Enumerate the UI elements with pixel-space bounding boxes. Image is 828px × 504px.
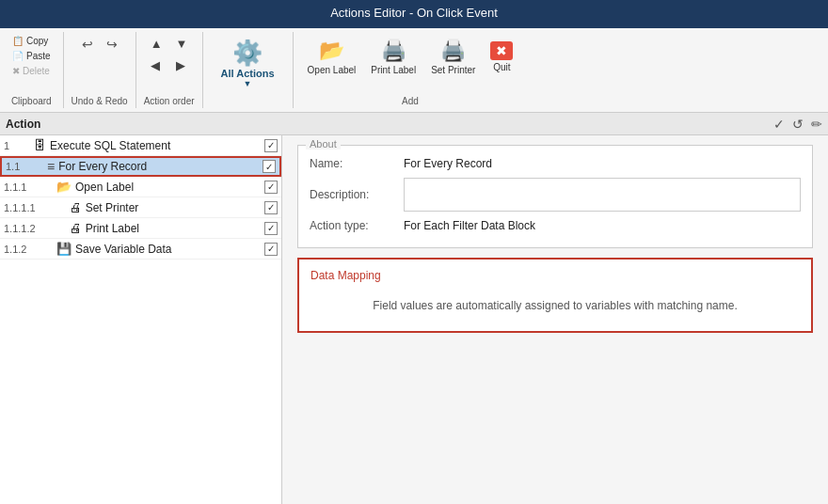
action-label-1-1-1-2: Print Label xyxy=(86,222,264,235)
action-row-1-1-1-2[interactable]: 1.1.1.2 🖨 Print Label xyxy=(0,218,281,239)
action-num-1: 1 xyxy=(4,140,34,151)
data-mapping-text: Field values are automatically assigned … xyxy=(310,290,800,322)
sql-icon: 🗄 xyxy=(34,138,46,152)
edit-icon: ✏ xyxy=(811,117,822,132)
name-value: For Every Record xyxy=(404,157,801,170)
add-label: Add xyxy=(402,94,419,106)
data-mapping-title: Data Mapping xyxy=(310,269,800,282)
action-type-label: Action type: xyxy=(310,219,404,232)
open-label-button[interactable]: 📂 Open Label xyxy=(301,34,363,80)
about-section: About Name: For Every Record Description… xyxy=(297,145,813,248)
description-label: Description: xyxy=(310,188,404,201)
action-row-1-1-1-1[interactable]: 1.1.1.1 🖨 Set Printer xyxy=(0,197,281,218)
move-up-button[interactable]: ▲ xyxy=(145,34,168,54)
redo-button[interactable]: ↪ xyxy=(102,34,122,55)
toolbar: 📋 Copy 📄 Paste ✖ Delete Clipboard ↩ ↪ Un… xyxy=(0,28,828,113)
action-column-header: Action xyxy=(6,118,773,131)
action-type-value: For Each Filter Data Block xyxy=(404,219,801,232)
undo-redo-row: ↩ ↪ xyxy=(77,34,122,55)
print-label-icon: 🖨️ xyxy=(381,39,406,63)
action-row-1-1[interactable]: 1.1 ≡ For Every Record xyxy=(0,156,281,177)
delete-icon: ✖ xyxy=(12,66,20,76)
clipboard-group: 📋 Copy 📄 Paste ✖ Delete Clipboard xyxy=(0,32,64,108)
gear-icon: ⚙️ xyxy=(232,39,263,68)
description-row: Description: xyxy=(310,178,801,212)
open-label-icon: 📂 xyxy=(319,39,344,63)
action-row-1-1-2[interactable]: 1.1.2 💾 Save Variable Data xyxy=(0,239,281,260)
right-panel: About Name: For Every Record Description… xyxy=(282,135,828,504)
check-icon: ✓ xyxy=(773,117,785,132)
clipboard-buttons: 📋 Copy 📄 Paste ✖ Delete xyxy=(8,34,56,78)
dropdown-arrow-icon: ▼ xyxy=(244,79,252,88)
open-label-list-icon: 📂 xyxy=(56,180,72,194)
action-label-1-1-1-1: Set Printer xyxy=(86,201,264,214)
all-actions-button[interactable]: ⚙️ All Actions ▼ xyxy=(211,34,285,93)
action-num-1-1-1-1: 1.1.1.1 xyxy=(4,202,36,213)
undo-redo-group: ↩ ↪ Undo & Redo xyxy=(64,32,136,108)
copy-button[interactable]: 📋 Copy xyxy=(8,34,56,48)
for-every-record-icon: ≡ xyxy=(47,159,55,174)
checkbox-1[interactable] xyxy=(264,139,278,152)
action-label-1-1-1: Open Label xyxy=(75,181,264,194)
move-right-button[interactable]: ▶ xyxy=(170,55,194,75)
header-action-icons: ✓ ↺ ✏ xyxy=(773,117,822,132)
action-num-1-1-1: 1.1.1 xyxy=(4,181,34,193)
copy-icon: 📋 xyxy=(12,36,24,46)
action-row-1-1-1[interactable]: 1.1.1 📂 Open Label xyxy=(0,177,281,197)
undo-redo-buttons: ↩ ↪ xyxy=(77,34,122,55)
save-variable-icon: 💾 xyxy=(56,242,72,256)
action-num-1-1-2: 1.1.2 xyxy=(4,244,34,255)
print-label-list-icon: 🖨 xyxy=(70,221,82,235)
action-type-row: Action type: For Each Filter Data Block xyxy=(310,219,801,232)
action-label-1-1: For Every Record xyxy=(58,160,263,173)
action-row-1[interactable]: 1 🗄 Execute SQL Statement xyxy=(0,135,281,156)
data-mapping-section: Data Mapping Field values are automatica… xyxy=(297,258,813,333)
about-legend: About xyxy=(306,138,341,150)
move-left-button[interactable]: ◀ xyxy=(145,55,168,75)
reset-icon: ↺ xyxy=(792,117,804,132)
print-label-button[interactable]: 🖨️ Print Label xyxy=(364,34,422,80)
all-actions-group: ⚙️ All Actions ▼ xyxy=(203,32,294,108)
undo-redo-label: Undo & Redo xyxy=(72,94,128,106)
main-content: 1 🗄 Execute SQL Statement 1.1 ≡ For Ever… xyxy=(0,135,828,504)
paste-icon: 📄 xyxy=(12,51,24,61)
paste-button[interactable]: 📄 Paste xyxy=(8,49,56,63)
add-buttons-row: 📂 Open Label 🖨️ Print Label 🖨️ Set Print… xyxy=(301,34,520,80)
name-label: Name: xyxy=(310,157,404,170)
checkbox-1-1-2[interactable] xyxy=(264,243,278,256)
undo-button[interactable]: ↩ xyxy=(77,34,98,55)
set-printer-button[interactable]: 🖨️ Set Printer xyxy=(424,34,482,80)
action-num-1-1-1-2: 1.1.1.2 xyxy=(4,223,36,234)
left-panel: 1 🗄 Execute SQL Statement 1.1 ≡ For Ever… xyxy=(0,135,282,504)
quit-icon: ✖ xyxy=(490,41,513,60)
checkbox-1-1-1[interactable] xyxy=(264,181,278,194)
title-text: Actions Editor - On Click Event xyxy=(330,6,498,20)
name-row: Name: For Every Record xyxy=(310,157,801,170)
set-printer-icon: 🖨️ xyxy=(440,39,466,63)
move-down-button[interactable]: ▼ xyxy=(170,34,194,54)
quit-button[interactable]: ✖ Quit xyxy=(484,37,519,77)
action-order-arrows: ▲ ▼ ◀ ▶ xyxy=(145,34,194,75)
action-label-1-1-2: Save Variable Data xyxy=(75,243,264,256)
checkbox-1-1-1-1[interactable] xyxy=(264,201,278,214)
set-printer-list-icon: 🖨 xyxy=(70,200,82,214)
description-input[interactable] xyxy=(404,178,801,212)
action-label-1: Execute SQL Statement xyxy=(50,139,264,152)
add-group: 📂 Open Label 🖨️ Print Label 🖨️ Set Print… xyxy=(294,32,528,108)
checkbox-1-1-1-2[interactable] xyxy=(264,222,278,235)
clipboard-label: Clipboard xyxy=(11,94,52,106)
action-order-group: ▲ ▼ ◀ ▶ Action order xyxy=(136,32,203,108)
action-order-label: Action order xyxy=(144,94,195,106)
column-header: Action ✓ ↺ ✏ xyxy=(0,113,828,135)
checkbox-1-1[interactable] xyxy=(263,160,276,173)
delete-button[interactable]: ✖ Delete xyxy=(8,64,56,78)
title-bar: Actions Editor - On Click Event xyxy=(0,0,828,28)
action-num-1-1: 1.1 xyxy=(6,161,36,172)
